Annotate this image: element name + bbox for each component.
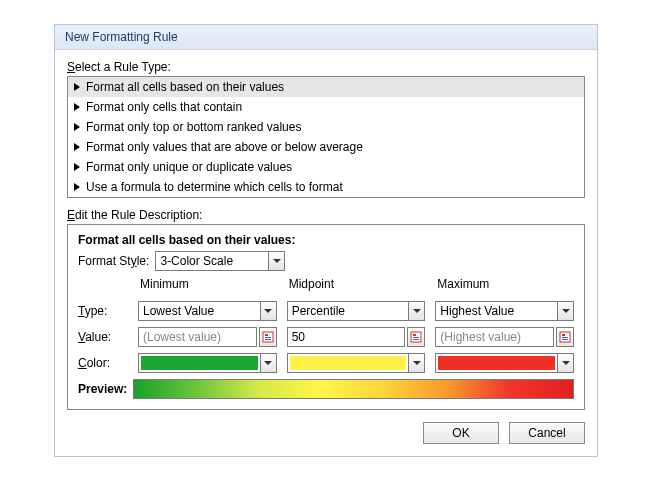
range-picker-icon (410, 331, 422, 343)
chevron-down-icon (408, 302, 424, 320)
triangle-icon (74, 83, 80, 91)
svg-rect-6 (413, 337, 419, 338)
svg-rect-11 (562, 339, 568, 340)
range-picker-max-button[interactable] (556, 327, 574, 347)
value-max-input[interactable]: (Highest value) (435, 327, 554, 347)
color-max-picker[interactable] (435, 353, 574, 373)
svg-rect-7 (413, 339, 419, 340)
chevron-down-icon (260, 354, 276, 372)
color-row-label: Color: (78, 356, 128, 370)
value-row-label: Value: (78, 330, 128, 344)
rule-type-item-3[interactable]: Format only values that are above or bel… (68, 137, 584, 157)
rule-type-item-5[interactable]: Use a formula to determine which cells t… (68, 177, 584, 197)
svg-rect-9 (562, 334, 565, 336)
rule-description-box: Format all cells based on their values: … (67, 224, 585, 410)
cancel-button[interactable]: Cancel (509, 422, 585, 444)
triangle-icon (74, 123, 80, 131)
color-mid-picker[interactable] (287, 353, 426, 373)
rule-type-item-1[interactable]: Format only cells that contain (68, 97, 584, 117)
description-heading: Format all cells based on their values: (78, 233, 574, 247)
chevron-down-icon (557, 354, 573, 372)
chevron-down-icon (260, 302, 276, 320)
range-picker-mid-button[interactable] (407, 327, 425, 347)
preview-label: Preview: (78, 382, 127, 396)
value-min-input[interactable]: (Lowest value) (138, 327, 257, 347)
triangle-icon (74, 183, 80, 191)
ok-button[interactable]: OK (423, 422, 499, 444)
col-head-min: Minimum (138, 277, 277, 291)
rule-type-item-4[interactable]: Format only unique or duplicate values (68, 157, 584, 177)
scale-grid: Minimum Midpoint Maximum Type: Lowest Va… (78, 277, 574, 373)
format-style-label: Format Style: (78, 254, 149, 268)
preview-row: Preview: (78, 379, 574, 399)
dialog-title: New Formatting Rule (55, 25, 597, 50)
preview-gradient (133, 379, 574, 399)
svg-rect-3 (265, 339, 271, 340)
col-head-max: Maximum (435, 277, 574, 291)
type-mid-combo[interactable]: Percentile (287, 301, 426, 321)
rule-type-label: Select a Rule Type: (67, 60, 585, 74)
range-picker-min-button[interactable] (259, 327, 277, 347)
svg-rect-10 (562, 337, 568, 338)
type-row-label: Type: (78, 304, 128, 318)
range-picker-icon (559, 331, 571, 343)
type-max-combo[interactable]: Highest Value (435, 301, 574, 321)
edit-description-label: Edit the Rule Description: (67, 208, 585, 222)
triangle-icon (74, 163, 80, 171)
triangle-icon (74, 103, 80, 111)
chevron-down-icon (557, 302, 573, 320)
dialog-buttons: OK Cancel (67, 422, 585, 444)
svg-rect-5 (413, 334, 416, 336)
format-style-combo[interactable]: 3-Color Scale (155, 251, 285, 271)
triangle-icon (74, 143, 80, 151)
new-formatting-rule-dialog: New Formatting Rule Select a Rule Type: … (54, 24, 598, 457)
rule-type-item-0[interactable]: Format all cells based on their values (68, 77, 584, 97)
chevron-down-icon (268, 252, 284, 270)
rule-type-item-2[interactable]: Format only top or bottom ranked values (68, 117, 584, 137)
rule-type-list[interactable]: Format all cells based on their values F… (67, 76, 585, 198)
svg-rect-1 (265, 334, 268, 336)
color-min-picker[interactable] (138, 353, 277, 373)
value-mid-input[interactable]: 50 (287, 327, 406, 347)
chevron-down-icon (408, 354, 424, 372)
range-picker-icon (262, 331, 274, 343)
svg-rect-2 (265, 337, 271, 338)
col-head-mid: Midpoint (287, 277, 426, 291)
dialog-content: Select a Rule Type: Format all cells bas… (55, 50, 597, 456)
type-min-combo[interactable]: Lowest Value (138, 301, 277, 321)
format-style-row: Format Style: 3-Color Scale (78, 251, 574, 271)
